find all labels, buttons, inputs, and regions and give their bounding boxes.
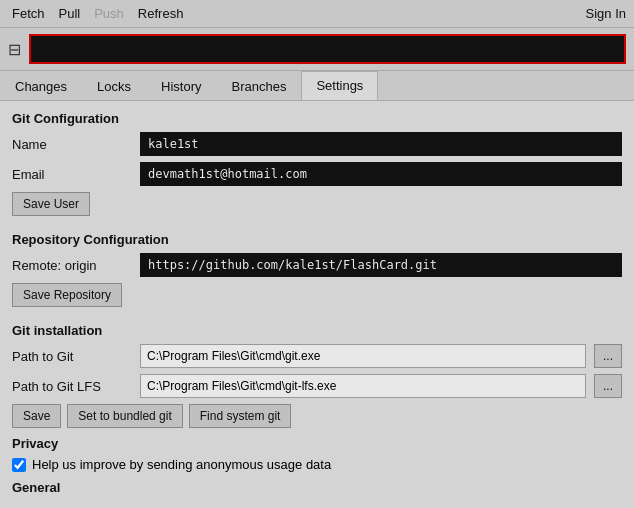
repo-selector[interactable] bbox=[29, 34, 626, 64]
privacy-label: Help us improve by sending anonymous usa… bbox=[32, 457, 331, 472]
sign-in-button[interactable]: Sign In bbox=[586, 6, 626, 21]
path-lfs-row: Path to Git LFS ... bbox=[12, 374, 622, 398]
bundled-git-button[interactable]: Set to bundled git bbox=[67, 404, 182, 428]
remote-row: Remote: origin bbox=[12, 253, 622, 277]
name-row: Name bbox=[12, 132, 622, 156]
pull-button[interactable]: Pull bbox=[55, 4, 85, 23]
settings-panel: Git Configuration Name Email Save User R… bbox=[0, 101, 634, 508]
path-git-input[interactable] bbox=[140, 344, 586, 368]
repo-icon: ⊟ bbox=[8, 40, 21, 59]
name-input[interactable] bbox=[140, 132, 622, 156]
email-input[interactable] bbox=[140, 162, 622, 186]
tabs: Changes Locks History Branches Settings bbox=[0, 71, 634, 101]
path-git-label: Path to Git bbox=[12, 349, 132, 364]
remote-input[interactable] bbox=[140, 253, 622, 277]
fetch-button[interactable]: Fetch bbox=[8, 4, 49, 23]
push-button: Push bbox=[90, 4, 128, 23]
path-git-browse-button[interactable]: ... bbox=[594, 344, 622, 368]
remote-label: Remote: origin bbox=[12, 258, 132, 273]
tab-branches[interactable]: Branches bbox=[216, 71, 301, 100]
privacy-title: Privacy bbox=[12, 436, 622, 451]
tab-settings[interactable]: Settings bbox=[301, 71, 378, 100]
path-git-row: Path to Git ... bbox=[12, 344, 622, 368]
repo-bar: ⊟ bbox=[0, 28, 634, 71]
save-repo-button[interactable]: Save Repository bbox=[12, 283, 122, 307]
path-lfs-browse-button[interactable]: ... bbox=[594, 374, 622, 398]
email-row: Email bbox=[12, 162, 622, 186]
path-lfs-label: Path to Git LFS bbox=[12, 379, 132, 394]
find-system-git-button[interactable]: Find system git bbox=[189, 404, 292, 428]
save-button[interactable]: Save bbox=[12, 404, 61, 428]
path-lfs-input[interactable] bbox=[140, 374, 586, 398]
git-actions-row: Save Set to bundled git Find system git bbox=[12, 404, 622, 428]
tab-history[interactable]: History bbox=[146, 71, 216, 100]
git-install-title: Git installation bbox=[12, 323, 622, 338]
repo-config-title: Repository Configuration bbox=[12, 232, 622, 247]
tab-changes[interactable]: Changes bbox=[0, 71, 82, 100]
save-user-button[interactable]: Save User bbox=[12, 192, 90, 216]
email-label: Email bbox=[12, 167, 132, 182]
general-title: General bbox=[12, 480, 622, 495]
privacy-checkbox[interactable] bbox=[12, 458, 26, 472]
git-config-title: Git Configuration bbox=[12, 111, 622, 126]
refresh-button[interactable]: Refresh bbox=[134, 4, 188, 23]
privacy-row: Help us improve by sending anonymous usa… bbox=[12, 457, 622, 472]
tab-locks[interactable]: Locks bbox=[82, 71, 146, 100]
name-label: Name bbox=[12, 137, 132, 152]
toolbar: Fetch Pull Push Refresh Sign In bbox=[0, 0, 634, 28]
